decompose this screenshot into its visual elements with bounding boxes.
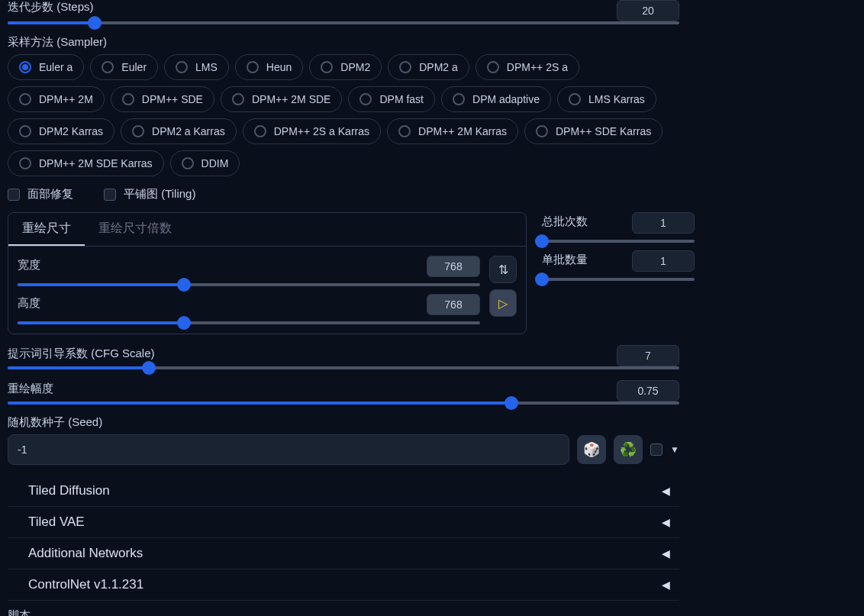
caret-left-icon: ◀ (662, 485, 670, 497)
batch-count-slider[interactable] (542, 240, 695, 243)
cursor-icon: ▷ (498, 296, 508, 311)
width-value[interactable]: 768 (427, 256, 480, 277)
accordion-additional-networks[interactable]: Additional Networks ◀ (8, 538, 679, 569)
height-value[interactable]: 768 (427, 294, 480, 315)
width-slider[interactable] (18, 283, 480, 286)
caret-left-icon: ◀ (662, 547, 670, 560)
cfg-slider[interactable] (8, 366, 679, 369)
tab-resize[interactable]: 重绘尺寸 (8, 213, 85, 246)
sampler-option[interactable]: DPM++ 2M SDE (221, 86, 342, 112)
face-restore-checkbox[interactable]: 面部修复 (8, 187, 73, 202)
cfg-value[interactable]: 7 (617, 345, 679, 366)
sampler-option[interactable]: LMS Karras (557, 86, 656, 112)
sampler-option[interactable]: Heun (235, 54, 303, 80)
batch-count-label: 总批次数 (542, 214, 624, 229)
sampler-option[interactable]: DDIM (170, 150, 240, 176)
swap-dimensions-button[interactable]: ⇅ (489, 256, 517, 283)
sampler-option[interactable]: DPM adaptive (441, 86, 551, 112)
sampler-option[interactable]: Euler a (8, 54, 84, 80)
steps-label: 迭代步数 (Steps) (8, 0, 609, 15)
recycle-icon: ♻️ (620, 441, 637, 458)
accordion-tiled-vae[interactable]: Tiled VAE ◀ (8, 507, 679, 538)
accordion-controlnet[interactable]: ControlNet v1.1.231 ◀ (8, 569, 679, 601)
sampler-option[interactable]: DPM++ 2M Karras (387, 118, 518, 144)
caret-left-icon: ◀ (662, 516, 670, 528)
denoise-label: 重绘幅度 (8, 382, 609, 396)
batch-count-value[interactable]: 1 (632, 212, 695, 234)
sampler-option[interactable]: DPM++ SDE Karras (524, 118, 663, 144)
cfg-label: 提示词引导系数 (CFG Scale) (8, 347, 609, 361)
sampler-group: Euler a Euler LMS Heun DPM2 DPM2 a DPM++… (8, 54, 679, 176)
batch-size-slider[interactable] (542, 278, 695, 281)
steps-value[interactable]: 20 (617, 0, 679, 21)
steps-slider[interactable] (8, 21, 679, 24)
tiling-checkbox[interactable]: 平铺图 (Tiling) (104, 187, 195, 202)
seed-label: 随机数种子 (Seed) (8, 415, 856, 430)
batch-size-label: 单批数量 (542, 253, 624, 267)
sampler-option[interactable]: LMS (164, 54, 229, 80)
denoise-slider[interactable] (8, 402, 679, 405)
calc-dimensions-button[interactable]: ▷ (489, 289, 517, 317)
chevron-down-icon[interactable]: ▼ (670, 444, 679, 455)
sampler-option[interactable]: DPM++ 2M SDE Karras (8, 150, 164, 176)
sampler-option[interactable]: DPM fast (348, 86, 435, 112)
height-slider[interactable] (18, 321, 480, 324)
seed-extra-checkbox[interactable] (650, 443, 663, 456)
script-label: 脚本 (8, 608, 856, 616)
height-label: 高度 (18, 296, 419, 311)
accordion-tiled-diffusion[interactable]: Tiled Diffusion ◀ (8, 476, 679, 507)
caret-left-icon: ◀ (662, 579, 670, 591)
sampler-option[interactable]: DPM++ 2S a (476, 54, 579, 80)
dice-icon: 🎲 (583, 441, 600, 458)
batch-size-value[interactable]: 1 (632, 250, 695, 272)
sampler-option[interactable]: DPM2 (309, 54, 382, 80)
sampler-option[interactable]: DPM2 a (388, 54, 469, 80)
sampler-option[interactable]: DPM2 a Karras (121, 118, 237, 144)
reuse-seed-button[interactable]: ♻️ (614, 435, 643, 464)
denoise-value[interactable]: 0.75 (617, 380, 679, 402)
tab-resize-by[interactable]: 重绘尺寸倍数 (85, 213, 185, 246)
sampler-option[interactable]: DPM++ SDE (111, 86, 214, 112)
swap-icon: ⇅ (498, 263, 508, 277)
resize-tabs: 重绘尺寸 重绘尺寸倍数 宽度 768 (8, 212, 527, 334)
sampler-option[interactable]: DPM2 Karras (8, 118, 114, 144)
width-label: 宽度 (18, 258, 419, 273)
sampler-option[interactable]: DPM++ 2M (8, 86, 105, 112)
sampler-option[interactable]: Euler (90, 54, 158, 80)
sampler-option[interactable]: DPM++ 2S a Karras (243, 118, 381, 144)
seed-input[interactable] (8, 434, 569, 465)
sampler-label: 采样方法 (Sampler) (8, 35, 856, 50)
random-seed-button[interactable]: 🎲 (577, 435, 606, 464)
